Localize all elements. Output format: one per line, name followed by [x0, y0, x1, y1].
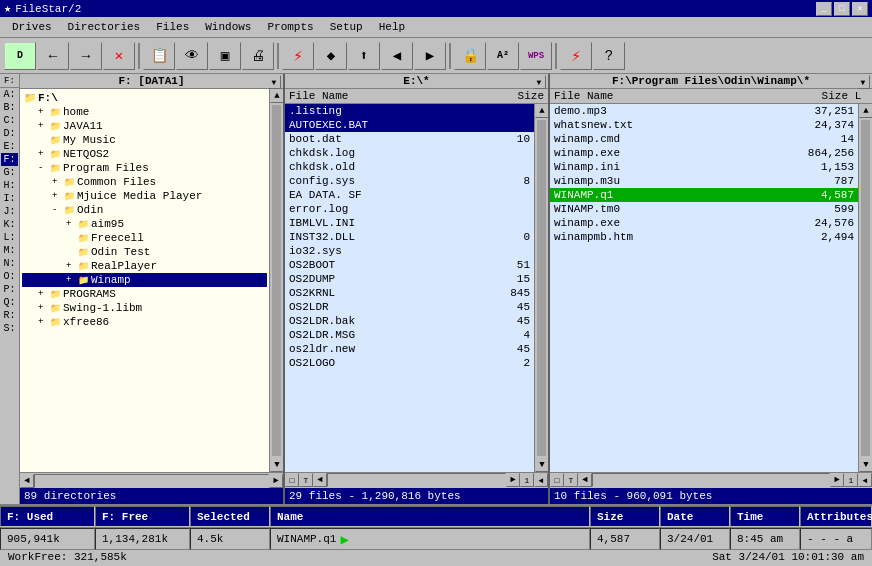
tree-item-realplayer[interactable]: + 📁 RealPlayer [22, 259, 267, 273]
menu-prompts[interactable]: Prompts [259, 19, 321, 35]
right-btn1[interactable]: □ [550, 473, 564, 487]
right-file-winamp-tm0[interactable]: WINAMP.tm0 599 [550, 202, 858, 216]
left-hscroll-track[interactable] [34, 474, 269, 488]
tb-btn-left[interactable]: ◀ [381, 42, 413, 70]
mid-vscroll-up[interactable]: ▲ [535, 104, 548, 118]
drive-f[interactable]: F: [1, 153, 17, 166]
mid-file-chkdsk-log[interactable]: chkdsk.log [285, 146, 534, 160]
right-file-winamp-ini[interactable]: Winamp.ini 1,153 [550, 160, 858, 174]
drive-m[interactable]: M: [1, 244, 17, 257]
menu-files[interactable]: Files [148, 19, 197, 35]
tb-btn-a2[interactable]: A² [487, 42, 519, 70]
drive-l[interactable]: L: [1, 231, 17, 244]
menu-drives[interactable]: Drives [4, 19, 60, 35]
mid-hscroll-track[interactable] [327, 473, 506, 487]
tb-btn-forward[interactable]: → [70, 42, 102, 70]
left-vscroll[interactable]: ▲ ▼ [269, 89, 283, 472]
menu-directories[interactable]: Directories [60, 19, 149, 35]
left-hscroll-right[interactable]: ► [269, 474, 283, 488]
mid-file-os2ldr-bak[interactable]: OS2LDR.bak 45 [285, 314, 534, 328]
tree-item-mjuice[interactable]: + 📁 Mjuice Media Player [22, 189, 267, 203]
tree-item-home[interactable]: + 📁 home [22, 105, 267, 119]
menu-setup[interactable]: Setup [322, 19, 371, 35]
drive-n[interactable]: N: [1, 257, 17, 270]
right-hscroll-right[interactable]: ► [830, 473, 844, 487]
drive-i[interactable]: I: [1, 192, 17, 205]
mid-file-os2ldr-msg[interactable]: OS2LDR.MSG 4 [285, 328, 534, 342]
mid-btn1[interactable]: □ [285, 473, 299, 487]
tree-item-odintest[interactable]: 📁 Odin Test [22, 245, 267, 259]
drive-e[interactable]: E: [1, 140, 17, 153]
tb-btn-copy[interactable]: 📋 [143, 42, 175, 70]
mid-file-ibmlvl[interactable]: IBMLVL.INI [285, 216, 534, 230]
mid-file-config[interactable]: config.sys 8 [285, 174, 534, 188]
tb-btn-lock[interactable]: 🔒 [454, 42, 486, 70]
mid-vscroll-down[interactable]: ▼ [535, 458, 548, 472]
right-hscroll-track[interactable] [592, 473, 830, 487]
right-btn-arrow[interactable]: ◄ [858, 473, 872, 487]
tb-btn-diamond[interactable]: ◆ [315, 42, 347, 70]
tb-btn-select[interactable]: ▣ [209, 42, 241, 70]
right-file-winamp-exe2[interactable]: winamp.exe 24,576 [550, 216, 858, 230]
right-panel-close[interactable]: ▼ [856, 75, 870, 89]
mid-vscroll[interactable]: ▲ ▼ [534, 104, 548, 472]
menu-windows[interactable]: Windows [197, 19, 259, 35]
tb-btn-wps[interactable]: WPS [520, 42, 552, 70]
tree-root[interactable]: 📁 F:\ [22, 91, 267, 105]
right-btn2[interactable]: 1 [844, 473, 858, 487]
drive-d[interactable]: D: [1, 127, 17, 140]
drive-g[interactable]: G: [1, 166, 17, 179]
left-hscroll-left[interactable]: ◄ [20, 474, 34, 488]
drive-a[interactable]: A: [1, 88, 17, 101]
right-file-winamp-m3u[interactable]: winamp.m3u 787 [550, 174, 858, 188]
tb-btn-help[interactable]: ? [593, 42, 625, 70]
drive-b[interactable]: B: [1, 101, 17, 114]
right-file-whatsnew[interactable]: whatsnew.txt 24,374 [550, 118, 858, 132]
tb-btn-up[interactable]: ⬆ [348, 42, 380, 70]
drive-k[interactable]: K: [1, 218, 17, 231]
drive-c[interactable]: C: [1, 114, 17, 127]
tree-item-netqos2[interactable]: + 📁 NETQOS2 [22, 147, 267, 161]
mid-file-eadata[interactable]: EA DATA. SF [285, 188, 534, 202]
tree-item-freecell[interactable]: 📁 Freecell [22, 231, 267, 245]
right-file-winamp-exe[interactable]: winamp.exe 864,256 [550, 146, 858, 160]
tree-item-swing[interactable]: + 📁 Swing-1.libm [22, 301, 267, 315]
mid-vscroll-thumb[interactable] [537, 120, 546, 456]
drive-q[interactable]: Q: [1, 296, 17, 309]
drive-s[interactable]: S: [1, 322, 17, 335]
maximize-button[interactable]: □ [834, 2, 850, 16]
tb-btn-lightning1[interactable]: ⚡ [282, 42, 314, 70]
tree-item-aim95[interactable]: + 📁 aim95 [22, 217, 267, 231]
mid-btn-t[interactable]: T [299, 473, 313, 487]
tree-item-commonfiles[interactable]: + 📁 Common Files [22, 175, 267, 189]
drive-o[interactable]: O: [1, 270, 17, 283]
tb-btn-lightning2[interactable]: ⚡ [560, 42, 592, 70]
tree-item-programs[interactable]: + 📁 PROGRAMS [22, 287, 267, 301]
mid-file-os2ldr-new[interactable]: os2ldr.new 45 [285, 342, 534, 356]
right-btn-t[interactable]: T [564, 473, 578, 487]
mid-file-listing[interactable]: .listing [285, 104, 534, 118]
mid-file-os2dump[interactable]: OS2DUMP 15 [285, 272, 534, 286]
left-panel-close[interactable]: ▼ [267, 75, 281, 89]
right-file-winampmb[interactable]: winampmb.htm 2,494 [550, 230, 858, 244]
mid-hscroll-right[interactable]: ► [506, 473, 520, 487]
mid-file-os2ldr[interactable]: OS2LDR 45 [285, 300, 534, 314]
mid-file-os2boot[interactable]: OS2BOOT 51 [285, 258, 534, 272]
right-file-winamp-cmd[interactable]: winamp.cmd 14 [550, 132, 858, 146]
tree-item-odin[interactable]: - 📁 Odin [22, 203, 267, 217]
minimize-button[interactable]: _ [816, 2, 832, 16]
left-vscroll-up[interactable]: ▲ [270, 89, 283, 103]
mid-btn-arrow[interactable]: ◄ [534, 473, 548, 487]
tree-item-java11[interactable]: + 📁 JAVA11 [22, 119, 267, 133]
mid-file-chkdsk-old[interactable]: chkdsk.old [285, 160, 534, 174]
mid-hscroll-left[interactable]: ◄ [313, 473, 327, 487]
right-vscroll-down[interactable]: ▼ [859, 458, 872, 472]
tb-btn-back[interactable]: ← [37, 42, 69, 70]
drive-j[interactable]: J: [1, 205, 17, 218]
mid-file-os2logo[interactable]: OS2LOGO 2 [285, 356, 534, 370]
drive-p[interactable]: P: [1, 283, 17, 296]
mid-file-inst32[interactable]: INST32.DLL 0 [285, 230, 534, 244]
tb-btn-view[interactable]: 👁 [176, 42, 208, 70]
close-button[interactable]: ✕ [852, 2, 868, 16]
tb-btn-drives[interactable]: D [4, 42, 36, 70]
